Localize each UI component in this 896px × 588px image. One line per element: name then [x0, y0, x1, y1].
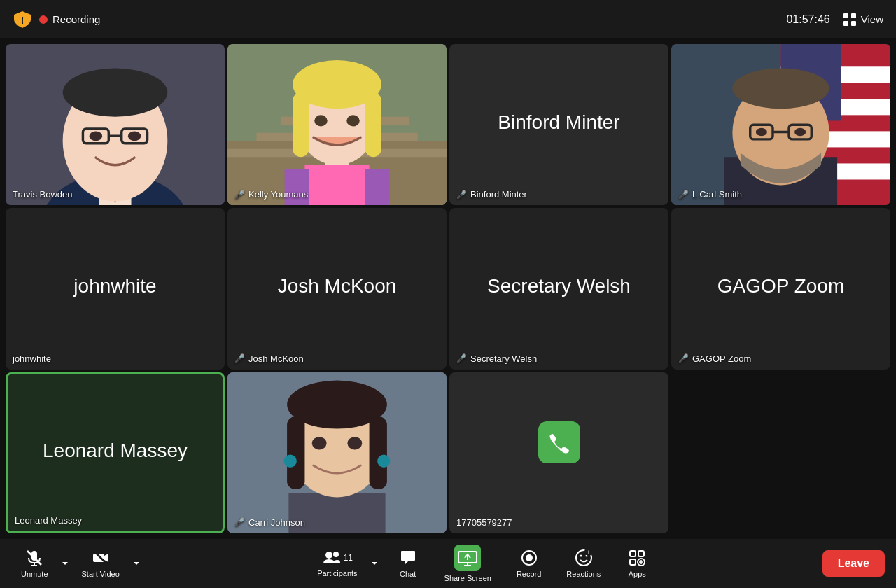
start-video-icon-wrap [92, 549, 110, 567]
toolbar-left-group: Unmute Start Video [11, 545, 144, 582]
reactions-icon: + [575, 549, 593, 567]
mute-icon-gagop: 🎤 [678, 354, 689, 363]
participant-cell-travis-bowden: Travis Bowden [6, 44, 225, 205]
chat-label: Chat [400, 570, 416, 578]
svg-point-56 [312, 437, 327, 449]
participant-cell-secretary-welsh: Secretary Welsh 🎤 Secretary Welsh [449, 208, 668, 369]
svg-point-75 [580, 555, 582, 557]
participants-group: 11 Participants [307, 545, 381, 582]
call-timer: 01:57:46 [786, 13, 830, 26]
svg-rect-80 [638, 551, 644, 556]
svg-point-44 [794, 128, 806, 136]
view-label: View [861, 13, 883, 25]
unmute-button[interactable]: Unmute [11, 545, 58, 582]
svg-text:!: ! [21, 15, 24, 26]
participant-cell-binford-minter: Binford Minter 🎤 Binford Minter [449, 44, 668, 205]
participant-cell-phone: 17705579277 [449, 372, 668, 533]
unmute-label: Unmute [21, 570, 48, 578]
unmute-group: Unmute [11, 545, 72, 582]
kelly-youmans-avatar [227, 44, 447, 205]
svg-point-15 [63, 69, 168, 117]
chat-icon-wrap [399, 549, 417, 567]
participant-cell-josh-mckoon: Josh McKoon 🎤 Josh McKoon [227, 208, 447, 369]
svg-point-43 [756, 128, 767, 136]
svg-point-54 [284, 454, 296, 467]
toolbar-center-group: 11 Participants Chat [307, 540, 658, 587]
participant-cell-leonard-massey: Leonard Massey Leonard Massey [6, 372, 225, 533]
unmute-arrow-button[interactable] [58, 555, 72, 572]
leave-button[interactable]: Leave [822, 550, 885, 577]
participant-name-gagop-zoom: 🎤 GAGOP Zoom [678, 354, 751, 364]
svg-point-65 [326, 552, 332, 559]
record-icon [520, 549, 538, 567]
svg-point-66 [333, 552, 339, 557]
participants-label: Participants [317, 569, 357, 578]
svg-point-45 [732, 69, 829, 109]
svg-rect-4 [851, 21, 856, 26]
svg-point-57 [347, 437, 362, 449]
svg-point-29 [314, 115, 327, 126]
big-name-secretary-welsh: Secretary Welsh [487, 275, 631, 298]
svg-rect-1 [844, 13, 848, 18]
participants-button[interactable]: 11 Participants [307, 545, 367, 582]
phone-icon-container [538, 421, 580, 463]
participants-count: 11 [344, 553, 353, 563]
participants-icon [322, 550, 342, 566]
svg-rect-21 [304, 165, 369, 206]
participant-cell-kelly-youmans: 🎤 Kelly Youmans [227, 44, 447, 205]
chat-icon [399, 549, 417, 567]
big-name-leonard-massey: Leonard Massey [43, 440, 188, 462]
top-bar: ! Recording 01:57:46 View [0, 0, 896, 38]
record-button[interactable]: Record [507, 545, 551, 582]
top-bar-right: 01:57:46 View [786, 13, 883, 27]
record-label: Record [517, 570, 541, 578]
participant-name-binford-minter: 🎤 Binford Minter [456, 189, 527, 200]
recording-indicator: Recording [39, 13, 100, 25]
participant-cell-johnwhite: johnwhite johnwhite [6, 208, 225, 369]
video-grid: Travis Bowden [0, 38, 896, 539]
svg-point-13 [90, 131, 102, 141]
unmute-arrow-icon [61, 559, 69, 568]
view-button[interactable]: View [843, 13, 883, 27]
participant-name-secretary-welsh: 🎤 Secretary Welsh [456, 354, 537, 364]
svg-rect-3 [844, 21, 848, 26]
participant-name-leonard-massey: Leonard Massey [15, 515, 82, 526]
toolbar: Unmute Start Video [0, 539, 896, 588]
share-screen-icon-wrap [454, 545, 481, 571]
participants-icon-wrap: 11 [322, 550, 353, 566]
phone-icon [548, 431, 570, 454]
apps-icon [628, 549, 646, 567]
lcarl-smith-avatar [671, 44, 890, 205]
reactions-button[interactable]: + Reactions [556, 545, 610, 582]
svg-rect-23 [365, 169, 390, 206]
recording-label: Recording [52, 13, 100, 25]
top-bar-left: ! Recording [13, 10, 100, 29]
svg-point-14 [128, 131, 141, 141]
mute-icon-carri: 🎤 [234, 517, 245, 527]
mute-icon-binford: 🎤 [456, 190, 467, 200]
video-off-icon [92, 549, 110, 567]
mute-icon-lcarl: 🎤 [678, 190, 689, 200]
apps-label: Apps [629, 570, 646, 578]
share-screen-icon [454, 545, 481, 571]
participants-arrow-button[interactable] [368, 555, 382, 572]
svg-point-30 [346, 115, 359, 126]
start-video-button[interactable]: Start Video [72, 545, 130, 582]
participant-name-carri-johnson: 🎤 Carri Johnson [234, 517, 305, 528]
mute-icon-welsh: 🎤 [456, 354, 467, 363]
svg-rect-52 [287, 416, 304, 489]
start-video-arrow-button[interactable] [130, 555, 144, 572]
big-name-gagop-zoom: GAGOP Zoom [718, 275, 845, 298]
share-screen-button[interactable]: Share Screen [435, 540, 501, 587]
chat-button[interactable]: Chat [387, 545, 429, 582]
big-name-johnwhite: johnwhite [74, 275, 156, 298]
reactions-icon-wrap: + [575, 549, 593, 567]
big-name-binford-minter: Binford Minter [498, 111, 620, 134]
start-video-group: Start Video [72, 545, 144, 582]
big-name-josh-mckoon: Josh McKoon [278, 275, 397, 298]
apps-button[interactable]: Apps [616, 545, 658, 582]
participant-name-josh-mckoon: 🎤 Josh McKoon [234, 354, 304, 364]
svg-rect-28 [365, 92, 382, 157]
toolbar-right-group: Leave [822, 550, 885, 577]
reactions-label: Reactions [566, 570, 601, 578]
